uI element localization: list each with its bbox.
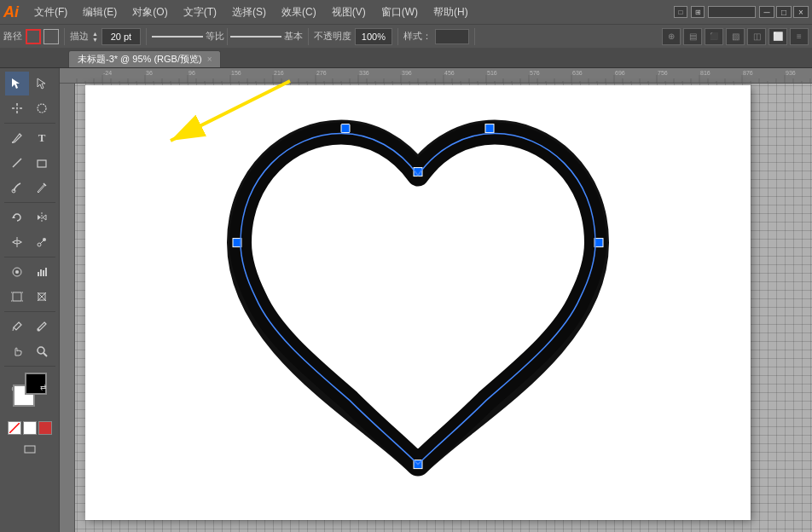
- lasso-tool[interactable]: [30, 96, 54, 120]
- paintbrush-tool[interactable]: [5, 176, 29, 200]
- graph-tool[interactable]: [30, 260, 54, 284]
- style-preview[interactable]: [435, 29, 469, 44]
- bottom-tools: [18, 441, 42, 458]
- tool-row-2: [5, 96, 54, 120]
- opacity-label: 不透明度: [314, 30, 351, 43]
- window-buttons: ─ □ ×: [759, 6, 809, 18]
- fill-color-swatch[interactable]: [44, 29, 59, 44]
- stroke-label: 描边: [70, 30, 89, 43]
- red-swatch[interactable]: [38, 421, 52, 435]
- blend-tool[interactable]: [30, 230, 54, 254]
- divider-4: [308, 28, 309, 45]
- svg-text:876: 876: [743, 70, 753, 76]
- menu-view[interactable]: 视图(V): [325, 3, 373, 21]
- swap-colors-btn[interactable]: ⇄: [40, 383, 47, 391]
- tool-divider-2: [4, 202, 55, 203]
- magic-wand-tool[interactable]: [5, 96, 29, 120]
- style-label: 样式：: [403, 30, 432, 43]
- text-tool[interactable]: T: [30, 126, 54, 150]
- rotate-tool[interactable]: [5, 205, 29, 229]
- svg-line-9: [13, 159, 21, 167]
- minimize-btn[interactable]: ─: [759, 6, 774, 18]
- menu-file[interactable]: 文件(F): [27, 3, 74, 21]
- white-swatch[interactable]: [23, 421, 37, 435]
- svg-rect-23: [38, 272, 39, 276]
- rectangle-tool[interactable]: [30, 151, 54, 175]
- path-label: 路径: [3, 30, 22, 43]
- menu-help[interactable]: 帮助(H): [426, 3, 475, 21]
- zoom-tool[interactable]: [30, 339, 54, 363]
- menu-edit[interactable]: 编辑(E): [76, 3, 124, 21]
- tab-title: 未标题-3* @ 95% (RGB/预览): [78, 53, 202, 66]
- hand-tool[interactable]: [5, 339, 29, 363]
- menu-type[interactable]: 文字(T): [177, 3, 223, 21]
- toolbar-icon-6[interactable]: ⬜: [768, 28, 787, 45]
- menu-effect[interactable]: 效果(C): [275, 3, 323, 21]
- svg-point-8: [12, 142, 14, 143]
- slice-tool[interactable]: [30, 285, 54, 309]
- heart-svg: [171, 72, 665, 516]
- reflect-tool[interactable]: [30, 205, 54, 229]
- svg-text:936: 936: [786, 70, 796, 76]
- heart-shape-container: [171, 72, 665, 516]
- app-logo: Ai: [3, 4, 19, 20]
- artboard-tool[interactable]: [5, 285, 29, 309]
- window-arrange[interactable]: [708, 6, 756, 18]
- svg-rect-25: [43, 270, 44, 276]
- menu-window[interactable]: 窗口(W): [374, 3, 425, 21]
- measure-tool[interactable]: [30, 315, 54, 338]
- opacity-input[interactable]: 100%: [355, 28, 392, 45]
- toolbar-icon-3[interactable]: ⬛: [705, 28, 723, 45]
- window-control-2[interactable]: ⊞: [691, 6, 705, 18]
- menu-select[interactable]: 选择(S): [225, 3, 273, 21]
- svg-marker-13: [12, 216, 15, 218]
- document-canvas: [85, 85, 751, 520]
- stroke-width-input[interactable]: 20 pt: [102, 28, 141, 45]
- selection-tool[interactable]: [5, 72, 29, 95]
- svg-line-37: [9, 423, 20, 433]
- divider-6: [474, 28, 475, 45]
- svg-point-22: [15, 270, 19, 274]
- tool-divider-4: [4, 311, 55, 312]
- svg-marker-6: [16, 107, 18, 110]
- pencil-tool[interactable]: [30, 176, 54, 200]
- ruler-left: [60, 84, 75, 532]
- stroke-color-swatch[interactable]: [26, 29, 41, 44]
- svg-rect-27: [13, 292, 21, 301]
- eyedropper-tool[interactable]: [5, 315, 29, 338]
- divider-5: [397, 28, 398, 45]
- divider-2: [146, 28, 147, 45]
- tab-close-btn[interactable]: ×: [207, 55, 212, 64]
- change-screen-mode[interactable]: [18, 441, 42, 458]
- toolbar-icon-4[interactable]: ▧: [726, 28, 745, 45]
- svg-marker-16: [43, 215, 46, 220]
- menu-object[interactable]: 对象(O): [125, 3, 174, 21]
- document-tab[interactable]: 未标题-3* @ 95% (RGB/预览) ×: [68, 50, 221, 67]
- tool-row-11: [5, 339, 54, 363]
- symbol-tool[interactable]: [5, 260, 29, 284]
- svg-marker-15: [38, 215, 41, 220]
- pen-tool[interactable]: [5, 126, 29, 150]
- close-btn[interactable]: ×: [793, 6, 809, 18]
- tool-row-8: [5, 260, 54, 284]
- svg-line-33: [13, 327, 14, 331]
- width-tool[interactable]: [5, 230, 29, 254]
- toolbar-icon-2[interactable]: ▤: [683, 28, 702, 45]
- svg-rect-155: [341, 124, 350, 133]
- basic-label: 基本: [284, 30, 303, 43]
- direct-selection-tool[interactable]: [30, 72, 54, 95]
- swap-colors-area: ⇄: [13, 408, 47, 419]
- toolbar-icon-5[interactable]: ◫: [747, 28, 766, 45]
- tool-row-3: T: [5, 126, 54, 150]
- none-swatch[interactable]: [8, 421, 21, 435]
- stroke-width-arrows[interactable]: ▲ ▼: [92, 31, 98, 43]
- window-control-1[interactable]: □: [674, 6, 687, 18]
- toolbar-icon-7[interactable]: ≡: [790, 28, 809, 45]
- canvas-area[interactable]: // Will be rendered via JS below -243696…: [60, 68, 812, 532]
- restore-btn[interactable]: □: [776, 6, 792, 18]
- color-area: ⊙ ⇄: [13, 373, 47, 419]
- line-tool[interactable]: [5, 151, 29, 175]
- toolbar-icon-1[interactable]: ⊕: [662, 28, 681, 45]
- svg-rect-24: [40, 269, 42, 276]
- stroke-style-section: 等比 基本: [152, 28, 303, 45]
